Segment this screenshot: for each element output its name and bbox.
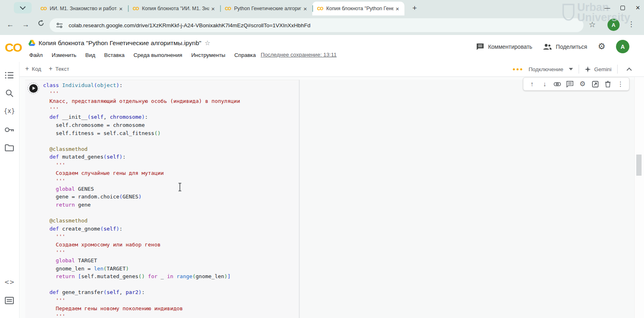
menu-item[interactable]: Изменить [47,50,81,60]
run-cell-button[interactable] [28,83,39,94]
variables-icon[interactable]: {x} [3,105,15,117]
files-folder-icon[interactable] [3,142,15,154]
colab-logo[interactable]: CO [5,41,22,54]
move-cell-up-icon[interactable]: ↑ [527,81,536,88]
code-line: global TARGET [43,257,240,265]
tab-close-icon[interactable]: × [117,6,125,12]
last-saved-link[interactable]: Последнее сохранение: 13:11 [261,52,337,58]
star-notebook-icon[interactable]: ☆ [205,39,210,47]
site-info-icon[interactable] [56,22,63,29]
collapse-toolbar-icon[interactable] [627,68,632,73]
new-tab-button[interactable]: + [409,3,420,13]
url-input[interactable]: colab.research.google.com/drive/1XzKRmKk… [50,18,583,32]
terminal-icon[interactable] [3,294,15,307]
colab-favicon: CO [41,6,47,11]
code-line: @classmethod [43,217,240,225]
code-line: def __init__(self, chromosome): [43,113,240,121]
toolbar-divider [579,65,579,74]
code-line: Создаем хромосому или набор генов [43,241,240,249]
plus-icon: + [25,65,29,72]
menu-item[interactable]: Файл [28,50,47,60]
more-actions-icon[interactable]: ⋮ [616,80,625,88]
notebook-title[interactable]: Копия блокнота "Python Генетические алго… [39,39,201,47]
code-line: gene = random.choice(GENES) [43,193,240,201]
link-icon[interactable] [553,82,562,86]
reload-icon[interactable] [37,20,45,27]
colab-header: CO Копия блокнота "Python Генетические а… [0,35,644,62]
menu-item[interactable]: Среда выполнения [129,50,187,60]
tab-search-button[interactable] [14,2,32,13]
bookmark-star-icon[interactable]: ☆ [589,20,596,29]
menu-item[interactable]: Вставка [100,50,129,60]
editor-divider [299,80,300,318]
code-line: Передаем гены новому поколению индивидов [43,305,240,313]
settings-gear-icon[interactable]: ⚙ [598,42,605,51]
tab-title: ИИ. М1. Знакомство и работа [50,6,117,11]
share-button[interactable]: Поделиться [543,44,587,50]
scrollbar-track[interactable] [634,77,644,318]
add-text-label: Текст [55,66,69,72]
plus-icon: + [49,65,52,72]
browser-tab[interactable]: COPython Генетические алгорит× [220,2,312,15]
search-icon[interactable] [3,87,15,99]
notebook-toolbar: + Код + Текст Подключение Gemini [19,62,644,77]
browser-profile-avatar[interactable]: A [607,19,620,31]
menu-bar: ФайлИзменитьВидВставкаСреда выполненияИн… [28,50,260,60]
add-text-cell-button[interactable]: + Текст [49,65,69,72]
window-close-button[interactable]: × [635,4,640,11]
colab-favicon: CO [317,6,323,11]
connect-dropdown-caret-icon[interactable] [569,68,573,70]
forward-icon[interactable]: → [22,20,29,29]
code-cell[interactable]: class Individual(object): ''' Класс, пре… [25,80,299,318]
comment-icon[interactable] [565,81,574,87]
code-editor[interactable]: class Individual(object): ''' Класс, пре… [43,81,240,318]
browser-tab[interactable]: COИИ. М1. Знакомство и работа× [36,2,128,15]
window-maximize-button[interactable] [620,6,625,10]
code-line: gnome_len = len(TARGET) [43,265,240,273]
code-line [43,281,240,289]
gemini-label: Gemini [594,66,612,72]
code-line: ''' [43,248,240,257]
code-line [43,137,240,145]
gemini-button[interactable]: Gemini [585,66,612,72]
back-icon[interactable]: ← [6,20,14,29]
comment-button[interactable]: Комментировать [476,43,532,50]
code-line: def create_gnome(self): [43,225,240,233]
drive-file-icon [28,40,35,46]
account-avatar[interactable]: A [616,40,629,53]
browser-tab[interactable]: COКопия блокнота "ИИ. М1. Зна× [128,2,220,15]
tab-close-icon[interactable]: × [209,6,217,12]
notebook-content: class Individual(object): ''' Класс, пре… [19,77,634,318]
menu-item[interactable]: Вид [81,50,99,60]
scrollbar-thumb[interactable] [636,155,642,176]
cell-toolbar: ↑ ↓ ⚙ ⋮ [523,77,629,91]
gear-icon[interactable]: ⚙ [578,81,587,87]
tab-close-icon[interactable]: × [301,6,309,12]
code-line: def gene_transfer(self, par2): [43,288,240,296]
browser-menu-icon[interactable]: ⋮ [628,20,635,28]
move-cell-down-icon[interactable]: ↓ [540,81,549,88]
code-line: global GENES [43,185,240,193]
chevron-down-icon [20,4,26,10]
code-line: return [self.mutated_genes() for _ in ra… [43,272,240,281]
code-line: ''' [43,312,240,318]
menu-item[interactable]: Инструменты [187,50,230,60]
mirror-cell-icon[interactable] [591,81,600,87]
delete-cell-icon[interactable] [603,81,612,87]
table-of-contents-icon[interactable] [3,69,15,81]
browser-tab-bar: COИИ. М1. Знакомство и работа×COКопия бл… [0,0,644,15]
menu-item[interactable]: Справка [230,50,260,60]
code-snippets-icon[interactable]: <> [3,276,15,288]
browser-tab[interactable]: COКопия блокнота "Python Генет× [312,2,404,15]
resources-indicator-dots[interactable] [513,68,522,70]
add-code-cell-button[interactable]: + Код [25,65,41,72]
window-minimize-button[interactable]: — [604,5,610,11]
secrets-key-icon[interactable] [3,124,15,136]
connect-button[interactable]: Подключение [529,66,564,72]
tab-title: Копия блокнота "Python Генет [326,6,394,11]
comment-label: Комментировать [488,44,532,50]
tab-close-icon[interactable]: × [393,6,401,12]
share-label: Поделиться [556,44,587,50]
code-line: ''' [43,105,240,113]
gemini-spark-icon [585,66,591,72]
